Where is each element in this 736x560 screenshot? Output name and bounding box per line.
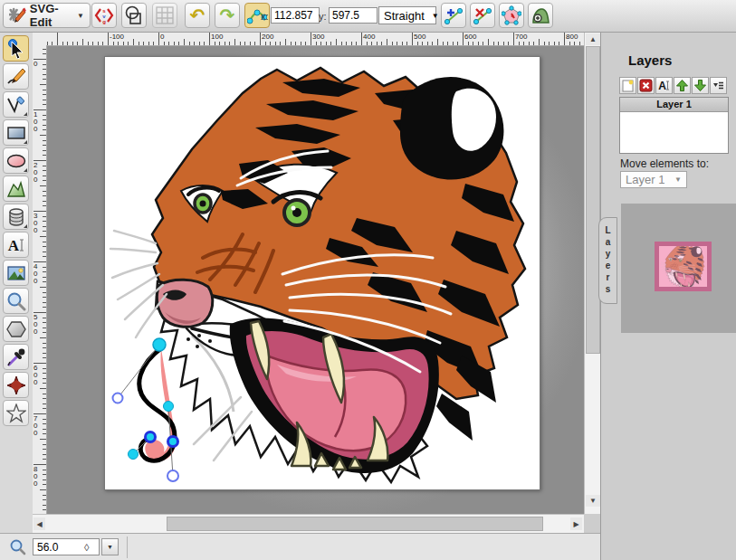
ruler-tick: [43, 201, 46, 202]
control-handle[interactable]: [167, 470, 178, 481]
open-path-icon: [502, 5, 521, 25]
svg-canvas[interactable]: [104, 56, 540, 490]
horizontal-scroll-thumb[interactable]: [167, 517, 543, 531]
red-shape-tool-button[interactable]: [3, 372, 29, 398]
star-tool-button[interactable]: [3, 400, 29, 426]
control-handle[interactable]: [113, 394, 123, 403]
text-tool-button[interactable]: A: [3, 232, 29, 258]
image-tool-button[interactable]: [3, 260, 29, 286]
ruler-tick: [468, 42, 469, 45]
layer-thumbnail[interactable]: [655, 242, 712, 291]
ruler-label: 700: [515, 33, 527, 41]
scroll-left-button[interactable]: ◀: [33, 517, 45, 530]
zoom-dropdown-button[interactable]: ▼: [101, 538, 119, 555]
path-node[interactable]: [164, 402, 174, 412]
ruler-tick: [437, 39, 438, 45]
scroll-up-button[interactable]: ▲: [586, 33, 600, 45]
menu-caret-icon: ▼: [77, 12, 84, 20]
delete-layer-button[interactable]: [637, 77, 655, 94]
ellipse-tool-button[interactable]: [3, 147, 29, 174]
svg-text:A: A: [658, 80, 666, 92]
eyedropper-tool-button[interactable]: [3, 344, 29, 370]
main-menu-button[interactable]: SVG-Edit ▼: [3, 3, 91, 28]
ruler-tick: [341, 42, 342, 45]
segment-type-value: Straight: [384, 9, 425, 23]
ruler-tick: [260, 33, 261, 45]
zoom-tool-button[interactable]: [3, 288, 29, 314]
ruler-tick: [43, 205, 46, 206]
line-tool-button[interactable]: [3, 91, 29, 118]
grid-button[interactable]: [152, 3, 177, 28]
ruler-tick: [43, 484, 46, 485]
wireframe-button[interactable]: [121, 3, 147, 28]
vertical-scroll-thumb[interactable]: [586, 46, 600, 354]
layers-panel: Layers A: [600, 33, 736, 560]
rename-layer-button[interactable]: A: [655, 77, 673, 94]
segment-type-select[interactable]: Straight ▼: [378, 6, 436, 24]
ruler-label: 100: [211, 33, 223, 41]
open-path-button[interactable]: [499, 3, 524, 28]
ruler-tick: [43, 398, 46, 399]
move-layer-down-button[interactable]: [692, 77, 709, 94]
select-tool-button[interactable]: [3, 35, 29, 62]
ruler-tick: [88, 42, 89, 45]
pencil-tool-button[interactable]: [3, 63, 29, 90]
arrow-up-icon: [675, 79, 689, 92]
shape-library-tool-button[interactable]: [3, 204, 29, 230]
ruler-tick: [168, 42, 169, 45]
ruler-tick: [43, 90, 46, 90]
new-layer-button[interactable]: [619, 77, 636, 94]
ruler-tick: [40, 287, 46, 288]
y-coordinate-input[interactable]: [329, 7, 378, 24]
zoom-level-input[interactable]: [33, 541, 84, 554]
ruler-tick: [43, 195, 46, 196]
scroll-right-button[interactable]: ▶: [570, 517, 582, 530]
ruler-tick: [503, 42, 504, 45]
ruler-tick: [443, 42, 444, 45]
reorient-path-button[interactable]: [528, 3, 553, 28]
horizontal-scrollbar[interactable]: ◀ ▶: [33, 514, 584, 533]
rectangle-tool-button[interactable]: [3, 119, 29, 146]
path-tool-button[interactable]: [3, 176, 29, 202]
path-edit-overlay[interactable]: [105, 57, 540, 489]
workspace[interactable]: [46, 45, 584, 514]
move-layer-up-button[interactable]: [674, 77, 691, 94]
ruler-tick: [158, 33, 159, 45]
path-node-ringed[interactable]: [146, 432, 156, 442]
undo-button[interactable]: ↶: [185, 3, 210, 28]
ruler-tick: [219, 42, 220, 45]
ruler-tick: [295, 42, 296, 45]
ruler-tick: [209, 33, 210, 45]
delete-node-button[interactable]: [470, 3, 495, 28]
ruler-label: -100: [110, 33, 124, 41]
layer-preview-area: [621, 204, 736, 333]
ruler-tick: [57, 33, 58, 45]
ruler-horizontal: -1000100200300400500600700800: [46, 33, 584, 46]
ruler-tick: [579, 42, 580, 45]
ruler-tick: [43, 180, 46, 181]
ruler-tick: [123, 42, 124, 45]
polygon-tool-button[interactable]: [3, 316, 29, 342]
x-coordinate-input[interactable]: [271, 7, 320, 24]
layers-panel-collapse-tab[interactable]: Layers: [598, 217, 617, 304]
redo-button[interactable]: ↷: [215, 3, 240, 28]
source-editor-button[interactable]: s v g: [91, 3, 117, 28]
ruler-tick: [43, 378, 46, 379]
image-icon: [6, 263, 26, 283]
ruler-tick: [559, 42, 559, 45]
hexagon-icon: [6, 319, 26, 339]
add-node-button[interactable]: [441, 3, 466, 28]
ruler-tick: [77, 42, 78, 45]
layer-menu-button[interactable]: [710, 77, 727, 94]
zoom-spinner-icon[interactable]: ◊: [84, 542, 89, 553]
layer-row-selected[interactable]: Layer 1: [620, 98, 728, 112]
move-elements-select[interactable]: Layer 1 ▼: [620, 171, 687, 188]
path-node[interactable]: [129, 450, 139, 460]
path-node-ringed[interactable]: [168, 437, 178, 447]
scroll-down-button[interactable]: ▼: [586, 495, 600, 507]
layer-list[interactable]: Layer 1: [619, 97, 729, 154]
path-node-selected[interactable]: [153, 338, 166, 351]
ruler-label: 1 0 0: [33, 111, 37, 133]
ruler-tick: [513, 33, 514, 45]
ruler-tick: [473, 42, 473, 45]
